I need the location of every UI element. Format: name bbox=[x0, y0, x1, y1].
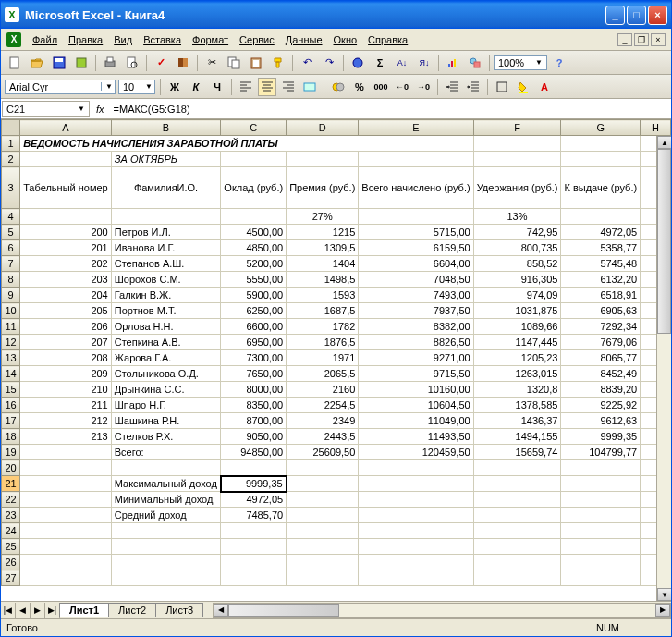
cell-F8[interactable]: 916,305 bbox=[473, 272, 561, 288]
redo-button[interactable]: ↷ bbox=[319, 53, 339, 73]
cell-F9[interactable]: 974,09 bbox=[473, 288, 561, 303]
zoom-combo[interactable]: 100%▼ bbox=[494, 55, 547, 70]
autosum-button[interactable]: Σ bbox=[370, 53, 390, 73]
cell-B9[interactable]: Галкин В.Ж. bbox=[111, 288, 221, 303]
row-header-10[interactable]: 10 bbox=[2, 303, 20, 319]
hdr-C[interactable]: Оклад (руб.) bbox=[221, 167, 287, 209]
cell-A19[interactable] bbox=[20, 445, 112, 460]
cell-C16[interactable]: 8350,00 bbox=[221, 398, 287, 413]
research-button[interactable] bbox=[173, 53, 193, 73]
cell-B23[interactable]: Средний доход bbox=[111, 508, 221, 523]
align-right-button[interactable] bbox=[279, 78, 298, 96]
cell-F13[interactable]: 1205,23 bbox=[473, 350, 561, 366]
cell-empty220[interactable] bbox=[287, 492, 359, 508]
cell-E16[interactable]: 10604,50 bbox=[359, 398, 473, 413]
cell-C27[interactable] bbox=[221, 570, 287, 586]
help-button[interactable]: ? bbox=[549, 53, 569, 73]
cell-F6[interactable]: 800,735 bbox=[473, 240, 561, 256]
cell-E10[interactable]: 7937,50 bbox=[359, 303, 473, 319]
cell-B18[interactable]: Стелков Р.Х. bbox=[111, 429, 221, 445]
cell-F5[interactable]: 742,95 bbox=[473, 225, 561, 240]
scroll-right-button[interactable]: ▶ bbox=[655, 604, 670, 617]
cell-E19[interactable]: 120459,50 bbox=[359, 445, 473, 460]
cell-A5[interactable]: 200 bbox=[20, 225, 112, 240]
hyperlink-button[interactable] bbox=[348, 53, 368, 73]
font-size-combo[interactable]: 10▼ bbox=[118, 80, 155, 94]
cell-E7[interactable]: 6604,00 bbox=[359, 256, 473, 272]
col-header-B[interactable]: B bbox=[111, 120, 221, 136]
cell-empty212[interactable] bbox=[473, 476, 561, 492]
permission-button[interactable] bbox=[71, 53, 92, 73]
sheet-tab-2[interactable]: Лист2 bbox=[108, 603, 156, 617]
cell-F20[interactable] bbox=[473, 460, 561, 476]
cell-D10[interactable]: 1687,5 bbox=[287, 303, 359, 319]
row-header-26[interactable]: 26 bbox=[2, 555, 20, 570]
print-button[interactable] bbox=[100, 53, 120, 73]
hdr-A[interactable]: Табельный номер bbox=[20, 167, 112, 209]
menu-help[interactable]: Справка bbox=[362, 32, 413, 47]
cell-C14[interactable]: 7650,00 bbox=[221, 366, 287, 382]
sheet-tab-1[interactable]: Лист1 bbox=[59, 603, 109, 617]
cell-G6[interactable]: 5358,77 bbox=[561, 240, 641, 256]
increase-indent-button[interactable] bbox=[464, 78, 483, 96]
cell-B12[interactable]: Степкина А.В. bbox=[111, 335, 221, 350]
vertical-scrollbar[interactable]: ▲ ▼ bbox=[656, 136, 671, 601]
row-header-25[interactable]: 25 bbox=[2, 539, 20, 555]
cell-G4[interactable] bbox=[561, 209, 641, 225]
cell-empty223[interactable] bbox=[561, 492, 641, 508]
cell-A23[interactable] bbox=[20, 508, 112, 523]
cell-A10[interactable]: 205 bbox=[20, 303, 112, 319]
cell-F11[interactable]: 1089,66 bbox=[473, 319, 561, 335]
cell-A26[interactable] bbox=[20, 555, 112, 570]
cell-empty231[interactable] bbox=[359, 508, 473, 523]
menu-file[interactable]: Файл bbox=[27, 32, 63, 47]
row-header-15[interactable]: 15 bbox=[2, 382, 20, 398]
cell-G15[interactable]: 8839,20 bbox=[561, 382, 641, 398]
cell-A15[interactable]: 210 bbox=[20, 382, 112, 398]
cell-F10[interactable]: 1031,875 bbox=[473, 303, 561, 319]
cell-G17[interactable]: 9612,63 bbox=[561, 413, 641, 429]
italic-button[interactable]: К bbox=[187, 78, 205, 96]
cell-C13[interactable]: 7300,00 bbox=[221, 350, 287, 366]
cell-empty[interactable] bbox=[359, 152, 473, 167]
row-header-5[interactable]: 5 bbox=[2, 225, 20, 240]
currency-button[interactable] bbox=[329, 78, 348, 96]
cell-B17[interactable]: Шашкина Р.Н. bbox=[111, 413, 221, 429]
cell-G11[interactable]: 7292,34 bbox=[561, 319, 641, 335]
menu-view[interactable]: Вид bbox=[108, 32, 138, 47]
row-header-24[interactable]: 24 bbox=[2, 523, 20, 539]
cell-C4[interactable] bbox=[221, 209, 287, 225]
cell-E8[interactable]: 7048,50 bbox=[359, 272, 473, 288]
cell-C10[interactable]: 6250,00 bbox=[221, 303, 287, 319]
increase-decimal-button[interactable]: ←0 bbox=[393, 78, 411, 96]
cell-B4[interactable] bbox=[111, 209, 221, 225]
cell-empty221[interactable] bbox=[359, 492, 473, 508]
row-header-2[interactable]: 2 bbox=[2, 152, 20, 167]
cell-B15[interactable]: Дрынкина С.С. bbox=[111, 382, 221, 398]
cell-D16[interactable]: 2254,5 bbox=[287, 398, 359, 413]
cell-C15[interactable]: 8000,00 bbox=[221, 382, 287, 398]
cell-empty211[interactable] bbox=[359, 476, 473, 492]
cell-A4[interactable] bbox=[20, 209, 112, 225]
cell-D8[interactable]: 1498,5 bbox=[287, 272, 359, 288]
cell-A21[interactable] bbox=[20, 476, 112, 492]
cell-C25[interactable] bbox=[221, 539, 287, 555]
cell-G16[interactable]: 9225,92 bbox=[561, 398, 641, 413]
cell-B27[interactable] bbox=[111, 570, 221, 586]
cell-B7[interactable]: Степанов А.Ш. bbox=[111, 256, 221, 272]
cell-E20[interactable] bbox=[359, 460, 473, 476]
col-header-A[interactable]: A bbox=[20, 120, 112, 136]
cell-E25[interactable] bbox=[359, 539, 473, 555]
cell-empty233[interactable] bbox=[561, 508, 641, 523]
decrease-indent-button[interactable] bbox=[443, 78, 461, 96]
cell-F27[interactable] bbox=[473, 570, 561, 586]
cell-C9[interactable]: 5900,00 bbox=[221, 288, 287, 303]
row-header-23[interactable]: 23 bbox=[2, 508, 20, 523]
cell-B6[interactable]: Иванова И.Г. bbox=[111, 240, 221, 256]
cell-C26[interactable] bbox=[221, 555, 287, 570]
cell-B25[interactable] bbox=[111, 539, 221, 555]
cell-A20[interactable] bbox=[20, 460, 112, 476]
select-all-corner[interactable] bbox=[2, 120, 20, 136]
cell-title[interactable]: ВЕДОМОСТЬ НАЧИСЛЕНИЯ ЗАРАБОТНОЙ ПЛАТЫ bbox=[20, 136, 473, 152]
cell-F4[interactable]: 13% bbox=[473, 209, 561, 225]
